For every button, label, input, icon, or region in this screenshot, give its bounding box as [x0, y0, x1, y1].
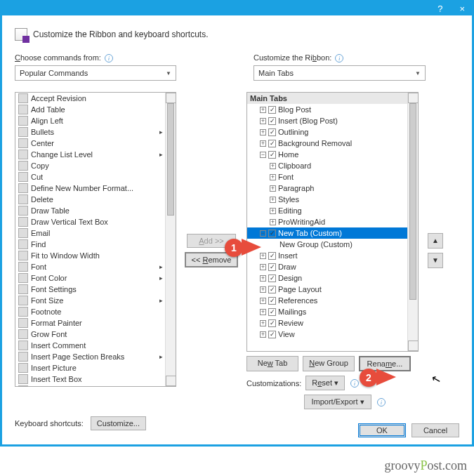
scrollbar[interactable]: ▴ ▾ — [165, 93, 176, 386]
command-item[interactable]: Font Size▸ — [15, 295, 176, 306]
command-item[interactable]: Fit to Window Width — [15, 250, 176, 261]
expander-icon[interactable]: − — [260, 152, 266, 158]
move-up-button[interactable]: ▲ — [428, 233, 443, 249]
new-tab-button[interactable]: New Tab — [246, 356, 298, 371]
command-item[interactable]: Draw Vertical Text Box — [15, 216, 176, 227]
info-icon[interactable]: i — [377, 398, 386, 406]
command-item[interactable]: Bullets▸ — [15, 126, 176, 138]
expander-icon[interactable]: + — [260, 298, 266, 304]
checkbox[interactable]: ✓ — [268, 319, 276, 327]
cancel-button[interactable]: Cancel — [412, 423, 459, 437]
checkbox[interactable]: ✓ — [268, 106, 276, 114]
tree-item[interactable]: New Group (Custom) — [247, 239, 418, 250]
ok-button[interactable]: OK — [358, 423, 406, 437]
commands-listbox[interactable]: Accept RevisionAdd TableAlign LeftBullet… — [15, 92, 176, 387]
expander-icon[interactable]: + — [260, 140, 266, 147]
scroll-up[interactable]: ▴ — [166, 93, 176, 103]
tree-item[interactable]: +✓Page Layout — [247, 284, 418, 295]
scroll-down[interactable]: ▾ — [166, 376, 176, 386]
expander-icon[interactable]: + — [270, 174, 276, 180]
info-icon[interactable]: i — [350, 379, 359, 388]
command-item[interactable]: Find — [15, 239, 176, 250]
help-button[interactable]: ? — [433, 4, 447, 14]
tree-item[interactable]: +✓References — [247, 295, 418, 306]
move-down-button[interactable]: ▼ — [428, 253, 443, 268]
expander-icon[interactable]: + — [270, 219, 276, 225]
command-item[interactable]: Cut — [15, 171, 176, 183]
tree-item[interactable]: +✓Design — [247, 272, 418, 284]
command-item[interactable]: Format Painter — [15, 317, 176, 329]
checkbox[interactable]: ✓ — [268, 308, 276, 316]
tree-item[interactable]: +Styles — [247, 194, 418, 205]
command-item[interactable]: Insert Comment — [15, 340, 176, 351]
tree-item[interactable]: +ProWritingAid — [247, 216, 418, 227]
checkbox[interactable]: ✓ — [268, 128, 276, 136]
command-item[interactable]: Email — [15, 227, 176, 239]
expander-icon[interactable]: + — [270, 185, 276, 192]
customize-ribbon-combo[interactable]: Main Tabs ▼ — [254, 65, 426, 81]
tree-item[interactable]: +Font — [247, 171, 418, 183]
commands-from-combo[interactable]: Popular Commands ▼ — [15, 65, 176, 81]
command-item[interactable]: Accept Revision — [15, 93, 176, 104]
command-item[interactable]: Font Settings — [15, 284, 176, 295]
command-item[interactable]: Delete — [15, 194, 176, 205]
checkbox[interactable]: ✓ — [268, 117, 276, 125]
command-item[interactable]: Draw Table — [15, 205, 176, 216]
reset-button[interactable]: Reset ▾ — [305, 376, 345, 390]
tree-item[interactable]: +✓Insert (Blog Post) — [247, 115, 418, 126]
tree-item[interactable]: +✓Background Removal — [247, 138, 418, 149]
tree-item[interactable]: +✓View — [247, 329, 418, 340]
customize-keyboard-button[interactable]: Customize... — [91, 416, 146, 430]
import-export-button[interactable]: Import/Export ▾ — [304, 395, 371, 409]
tree-item[interactable]: +✓Blog Post — [247, 104, 418, 115]
command-item[interactable]: Footnote — [15, 306, 176, 317]
expander-icon[interactable]: − — [260, 230, 266, 237]
command-item[interactable]: Insert Text Box — [15, 373, 176, 385]
tree-item[interactable]: +✓Insert — [247, 250, 418, 261]
info-icon[interactable]: i — [335, 54, 343, 62]
expander-icon[interactable]: + — [260, 118, 266, 124]
command-item[interactable]: Line and Paragraph Spacing▸ — [15, 385, 176, 387]
info-icon[interactable]: i — [105, 54, 113, 62]
tree-item[interactable]: −✓Home — [247, 149, 418, 160]
tree-item[interactable]: +✓Outlining — [247, 126, 418, 138]
scroll-down[interactable]: ▾ — [408, 341, 419, 351]
expander-icon[interactable]: + — [260, 309, 266, 315]
expander-icon[interactable]: + — [270, 163, 276, 169]
scroll-thumb[interactable] — [167, 103, 174, 216]
scrollbar[interactable]: ▴ ▾ — [407, 93, 418, 351]
command-item[interactable]: Define New Number Format... — [15, 183, 176, 194]
expander-icon[interactable]: + — [270, 208, 276, 214]
command-item[interactable]: Change List Level▸ — [15, 149, 176, 160]
tree-item[interactable]: +✓Mailings — [247, 306, 418, 317]
checkbox[interactable]: ✓ — [268, 140, 276, 147]
command-item[interactable]: Copy — [15, 160, 176, 171]
tree-item[interactable]: +Clipboard — [247, 160, 418, 171]
checkbox[interactable]: ✓ — [268, 286, 276, 293]
command-item[interactable]: Font▸ — [15, 261, 176, 272]
command-item[interactable]: Insert Picture — [15, 362, 176, 373]
expander-icon[interactable]: + — [260, 129, 266, 135]
checkbox[interactable]: ✓ — [268, 263, 276, 271]
checkbox[interactable]: ✓ — [268, 252, 276, 260]
command-item[interactable]: Add Table — [15, 104, 176, 115]
tree-item[interactable]: +Editing — [247, 205, 418, 216]
expander-icon[interactable]: + — [260, 107, 266, 113]
expander-icon[interactable]: + — [260, 264, 266, 270]
checkbox[interactable]: ✓ — [268, 275, 276, 282]
checkbox[interactable]: ✓ — [268, 151, 276, 159]
command-item[interactable]: Grow Font — [15, 329, 176, 340]
checkbox[interactable]: ✓ — [268, 331, 276, 338]
tree-item[interactable]: +✓Draw — [247, 261, 418, 272]
scroll-up[interactable]: ▴ — [408, 93, 419, 103]
close-button[interactable]: × — [455, 4, 469, 14]
expander-icon[interactable]: + — [270, 197, 276, 203]
command-item[interactable]: Font Color▸ — [15, 272, 176, 284]
tree-item[interactable]: −✓New Tab (Custom) — [247, 227, 418, 239]
scroll-thumb[interactable] — [409, 103, 416, 300]
expander-icon[interactable]: + — [260, 331, 266, 338]
command-item[interactable]: Align Left — [15, 115, 176, 126]
tree-item[interactable]: +Paragraph — [247, 183, 418, 194]
checkbox[interactable]: ✓ — [268, 297, 276, 305]
expander-icon[interactable]: + — [260, 320, 266, 326]
